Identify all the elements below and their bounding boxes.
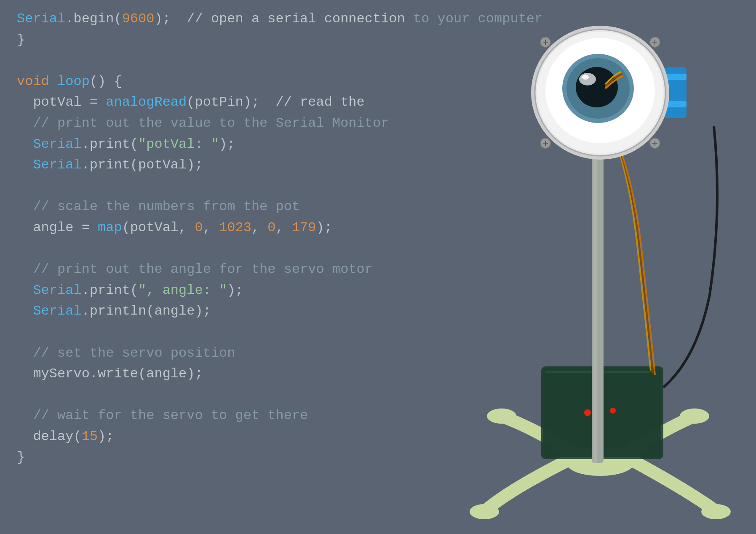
svg-point-26 <box>579 73 596 85</box>
svg-point-2 <box>701 504 731 519</box>
robot-illustration <box>377 0 756 534</box>
svg-point-3 <box>487 409 516 424</box>
svg-point-27 <box>582 75 589 80</box>
svg-point-10 <box>610 408 616 414</box>
svg-point-25 <box>576 67 618 107</box>
svg-point-1 <box>470 504 499 519</box>
svg-point-8 <box>584 409 591 416</box>
svg-point-4 <box>680 409 709 424</box>
